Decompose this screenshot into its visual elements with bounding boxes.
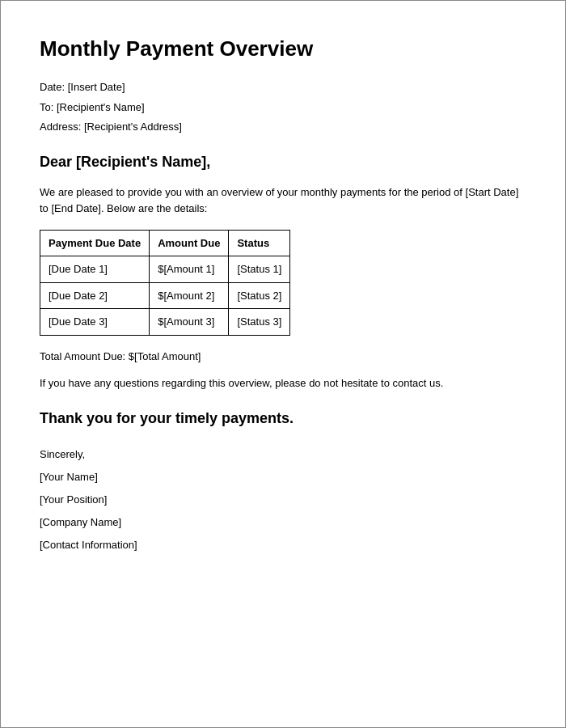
document-title: Monthly Payment Overview [40,33,526,65]
due-date-1: [Due Date 1] [40,256,150,283]
amount-1: $[Amount 1] [150,256,229,283]
table-header-row: Payment Due Date Amount Due Status [40,230,290,256]
col-header-amount-due: Amount Due [150,230,229,256]
page-wrapper: Monthly Payment Overview Date: [Insert D… [0,0,566,728]
company-name: [Company Name] [40,512,526,533]
date-line: Date: [Insert Date] [40,79,526,95]
due-date-3: [Due Date 3] [40,309,150,336]
intro-paragraph: We are pleased to provide you with an ov… [40,184,526,217]
contact-paragraph: If you have any questions regarding this… [40,375,526,392]
contact-info: [Contact Information] [40,535,526,556]
amount-2: $[Amount 2] [150,282,229,309]
signer-position: [Your Position] [40,489,526,510]
total-amount-line: Total Amount Due: $[Total Amount] [40,349,526,365]
table-row: [Due Date 2] $[Amount 2] [Status 2] [40,282,290,309]
status-3: [Status 3] [229,309,290,336]
to-line: To: [Recipient's Name] [40,99,526,116]
signer-name: [Your Name] [40,467,526,488]
due-date-2: [Due Date 2] [40,282,150,309]
greeting-heading: Dear [Recipient's Name], [40,151,526,173]
signature-block: Sincerely, [Your Name] [Your Position] [… [40,444,526,556]
document-body: Monthly Payment Overview Date: [Insert D… [1,1,565,727]
status-2: [Status 2] [229,282,290,309]
status-1: [Status 1] [229,256,290,283]
address-line: Address: [Recipient's Address] [40,119,526,135]
col-header-status: Status [229,230,290,256]
sincerely-label: Sincerely, [40,444,526,465]
table-row: [Due Date 3] $[Amount 3] [Status 3] [40,309,290,336]
closing-statement: Thank you for your timely payments. [40,408,526,430]
table-row: [Due Date 1] $[Amount 1] [Status 1] [40,256,290,283]
payment-table: Payment Due Date Amount Due Status [Due … [40,230,290,336]
table-body: [Due Date 1] $[Amount 1] [Status 1] [Due… [40,256,290,336]
amount-3: $[Amount 3] [150,309,229,336]
col-header-due-date: Payment Due Date [40,230,150,256]
